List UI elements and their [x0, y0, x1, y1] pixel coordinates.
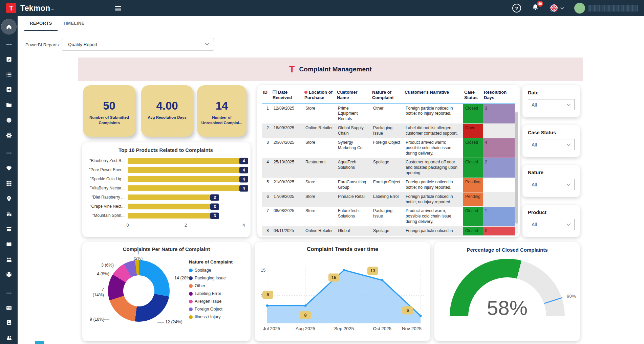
resolution-days-cell: 3: [483, 104, 515, 124]
legend-item[interactable]: Foreign Object: [189, 307, 233, 312]
sidebar-item-book-icon[interactable]: [0, 240, 18, 248]
tekmon-logo-icon[interactable]: T: [6, 3, 16, 13]
filter-title: Case Status: [528, 130, 575, 135]
tab-timeline[interactable]: TIMELINE: [58, 16, 90, 31]
table-cell: Foreign particle noticed in bottle; no i…: [404, 192, 463, 207]
calendar-icon: [273, 90, 277, 94]
sidebar-item-more-dots-icon[interactable]: [0, 289, 18, 297]
sidebar-item-folder-icon[interactable]: [0, 100, 18, 109]
language-selector[interactable]: [550, 4, 564, 13]
sidebar-item-package-icon[interactable]: [0, 270, 18, 278]
legend-dot: [189, 269, 193, 272]
chevron-down-icon: [566, 143, 571, 146]
gauge-value: 58%: [450, 296, 565, 320]
help-icon[interactable]: ?: [512, 4, 521, 13]
table-row[interactable]: 521/09/2025StoreEuroConsulting GroupFore…: [262, 178, 515, 192]
donut-callout-label: 7 (14%): [92, 287, 104, 298]
svg-text:15: 15: [331, 275, 336, 280]
table-row[interactable]: 708/08/2025StoreFutureTech SolutionsPack…: [262, 207, 515, 227]
x-axis-tick: 4: [243, 223, 245, 228]
tab-reports[interactable]: REPORTS: [24, 16, 58, 31]
svg-text:6: 6: [406, 308, 409, 313]
table-row[interactable]: 425/10/2025RestaurantAquaTech SolutionsS…: [262, 158, 515, 178]
sidebar-item-building-icon[interactable]: [0, 210, 18, 218]
filter-card-nature: NatureAll: [522, 165, 580, 197]
sidebar-item-user-group-icon[interactable]: [0, 334, 18, 342]
svg-text:Oct 2025: Oct 2025: [373, 326, 392, 331]
table-cell: Store: [303, 104, 336, 124]
filter-dropdown[interactable]: All: [528, 179, 575, 190]
bar[interactable]: 3: [128, 213, 215, 219]
legend-dot: [189, 300, 193, 303]
sidebar-item-apps-grid-icon[interactable]: [0, 179, 18, 187]
powerbi-footer-fragment: [35, 341, 44, 344]
filter-dropdown[interactable]: All: [528, 99, 575, 110]
notifications-bell-icon[interactable]: 40: [531, 3, 539, 13]
filter-dropdown[interactable]: All: [528, 139, 575, 150]
sidebar-item-sphere-icon[interactable]: [0, 116, 18, 124]
filter-dropdown[interactable]: All: [528, 219, 575, 230]
sidebar-item-home-icon[interactable]: [0, 23, 18, 31]
legend-item[interactable]: Other: [189, 283, 233, 288]
legend-item[interactable]: Allergen Issue: [189, 299, 233, 304]
donut-callout-label: 3 (6%): [101, 263, 119, 268]
table-cell: EuroConsulting Group: [336, 178, 371, 192]
report-selector-dropdown[interactable]: Quality Report: [62, 38, 214, 51]
donut-callout-label: 1 (2%): [133, 251, 143, 261]
case-status-cell: Closed: [463, 227, 483, 235]
sidebar-item-gem-icon[interactable]: [0, 164, 18, 172]
scrollbar-thumb[interactable]: [515, 112, 518, 224]
user-avatar[interactable]: [574, 3, 585, 14]
legend-item[interactable]: Labeling Error: [189, 291, 233, 296]
table-row[interactable]: 804/11/2025Online RetailerGlobalSpoilage…: [262, 227, 515, 236]
sidebar-item-id-card-icon[interactable]: [0, 304, 18, 312]
column-header[interactable]: Location of Purchase: [303, 89, 336, 104]
column-header[interactable]: ID: [262, 89, 272, 104]
callout-line: [165, 279, 173, 279]
sidebar-item-archive-icon[interactable]: [0, 225, 18, 233]
table-row[interactable]: 218/09/2025Online RetailerGlobal Supply …: [262, 124, 515, 138]
column-header[interactable]: Nature of Complaint: [371, 89, 404, 104]
table-cell: 17/09/2025: [272, 192, 303, 207]
bar[interactable]: 4: [128, 167, 244, 173]
sidebar-item-tasks-icon[interactable]: [0, 55, 18, 63]
donut-callout-label: 14 (28%): [174, 276, 198, 281]
legend-label: Foreign Object: [195, 307, 222, 312]
column-header[interactable]: Case Status: [463, 89, 483, 104]
column-header[interactable]: Customer's Narrative: [404, 89, 463, 104]
sidebar-item-more-dots-icon[interactable]: [0, 40, 18, 48]
table-cell: 08/08/2025: [272, 207, 303, 226]
hamburger-menu-icon[interactable]: [115, 6, 121, 10]
table-row[interactable]: 320/07/2025StoreSynergy Marketing CoFore…: [262, 138, 515, 158]
donut-chart-card: Complaints Per Nature of Complaint 14 (2…: [82, 242, 251, 341]
sidebar-item-location-icon[interactable]: [0, 194, 18, 203]
kpi-label: Number of Unresolved Complai...: [197, 115, 246, 125]
column-header[interactable]: Date Received: [272, 89, 303, 104]
bar[interactable]: 4: [128, 176, 244, 182]
bar[interactable]: 3: [128, 204, 215, 209]
sidebar-item-users-icon[interactable]: [0, 255, 18, 263]
table-row[interactable]: 112/09/2025StorePrime Equipment RentalsO…: [262, 104, 515, 124]
table-cell: Pinnacle Retail: [336, 192, 371, 207]
table-cell: Foreign Object: [371, 138, 404, 158]
column-header[interactable]: Resolution Days: [483, 89, 515, 104]
bar[interactable]: 3: [128, 194, 215, 200]
main-content: REPORTS TIMELINE PowerBI Reports: Qualit…: [18, 16, 644, 344]
table-header-row: IDDate ReceivedLocation of PurchaseCusto…: [262, 89, 515, 104]
sidebar-item-export-icon[interactable]: [0, 85, 18, 93]
sidebar-item-more-dots-icon[interactable]: [0, 149, 18, 157]
sidebar-item-list-icon[interactable]: [0, 70, 18, 78]
table-row[interactable]: 617/09/2025StorePinnacle RetailLabeling …: [262, 192, 515, 207]
legend-item[interactable]: Illness / Injury: [189, 315, 233, 319]
bar[interactable]: 4: [128, 158, 244, 164]
bar[interactable]: 4: [128, 185, 244, 191]
legend-item[interactable]: Spoilage: [189, 268, 233, 273]
bar-chart-title: Top 10 Products Related to Complaints: [88, 147, 244, 153]
sidebar-item-image-icon[interactable]: [0, 318, 18, 326]
sidebar-item-settings-icon[interactable]: [0, 131, 18, 139]
uk-flag-icon: [550, 4, 558, 13]
table-cell: Online Retailer: [303, 227, 336, 235]
table-cell: 3: [262, 138, 272, 158]
column-header[interactable]: Customer Name: [336, 89, 371, 104]
line-chart[interactable]: 15108815136Jul 2025Aug 2025Sep 2025Oct 2…: [259, 252, 426, 334]
